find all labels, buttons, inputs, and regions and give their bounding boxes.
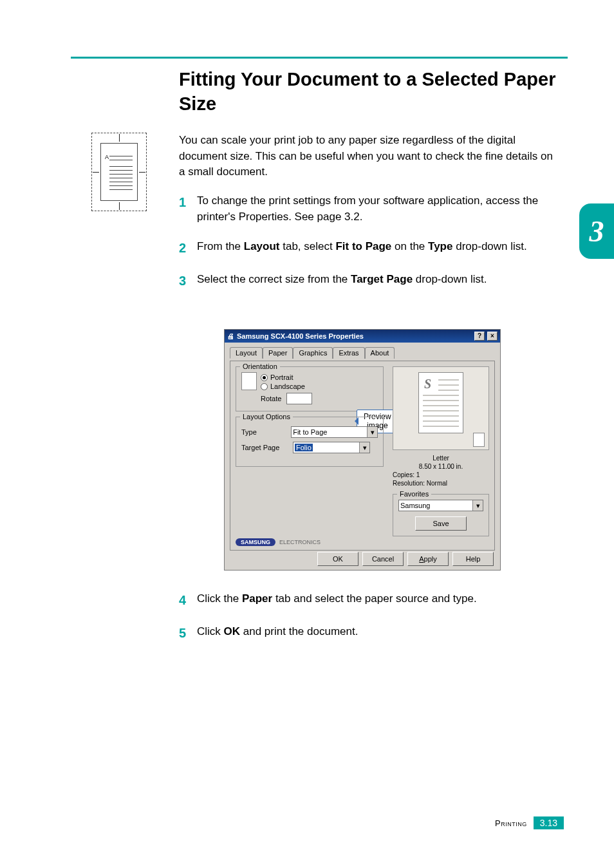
- rotate-label: Rotate: [261, 395, 281, 402]
- step-number: 5: [179, 624, 197, 643]
- help-button[interactable]: ?: [474, 332, 485, 341]
- dialog-title-text: Samsung SCX-4100 Series Properties: [237, 332, 364, 340]
- samsung-sub: ELECTRONICS: [279, 539, 321, 545]
- tab-paper[interactable]: Paper: [263, 347, 293, 359]
- page-footer: Printing 3.13: [495, 816, 564, 829]
- orientation-thumb-icon: [241, 372, 257, 390]
- type-value: Fit to Page: [293, 428, 327, 436]
- target-page-dropdown[interactable]: Folio ▾: [293, 442, 370, 453]
- preview-resolution: Resolution: Normal: [393, 479, 489, 487]
- preview-panel: S Letter 8: [393, 366, 489, 545]
- printer-icon: 🖨: [227, 332, 234, 340]
- tab-extras[interactable]: Extras: [333, 347, 364, 359]
- step-3: 3 Select the correct size from the Targe…: [179, 272, 559, 290]
- fit-page-diagram: A: [91, 133, 147, 211]
- rotate-input[interactable]: [286, 393, 312, 404]
- preview-box: S: [393, 366, 489, 450]
- footer-section-label: Printing: [495, 818, 527, 828]
- step-body: Click OK and print the document.: [197, 624, 559, 643]
- save-button[interactable]: Save: [415, 516, 467, 531]
- step-4: 4 Click the Paper tab and select the pap…: [179, 591, 559, 610]
- b: Target Page: [351, 273, 413, 285]
- b: Paper: [242, 592, 272, 605]
- cancel-button[interactable]: Cancel: [362, 552, 404, 566]
- t: Click: [197, 625, 224, 637]
- printer-properties-dialog: 🖨 Samsung SCX-4100 Series Properties ? ×…: [224, 329, 501, 571]
- samsung-logo: SAMSUNG: [236, 538, 275, 546]
- b: Layout: [244, 240, 280, 252]
- t: tab, select: [279, 240, 335, 252]
- b: Fit to Page: [335, 240, 391, 252]
- orientation-legend: Orientation: [240, 363, 280, 370]
- apply-accel: A: [419, 555, 423, 563]
- preview-corner-icon: [473, 433, 485, 447]
- favorites-value: Samsung: [400, 502, 430, 509]
- chevron-down-icon: ▾: [359, 442, 369, 453]
- help-button[interactable]: Help: [452, 552, 494, 566]
- close-button[interactable]: ×: [487, 332, 498, 341]
- type-dropdown[interactable]: Fit to Page ▾: [291, 426, 378, 438]
- preview-s-letter: S: [424, 377, 431, 392]
- tab-panel-layout: Orientation Portrait Landscape R: [230, 361, 495, 551]
- target-page-value: Folio: [295, 444, 313, 451]
- steps-upper: 1 To change the print settings from your…: [179, 193, 559, 305]
- t: tab and select the paper source and type…: [272, 592, 477, 605]
- preview-page-icon: S: [418, 372, 463, 433]
- radio-landscape-label: Landscape: [270, 382, 305, 390]
- t: drop-down list.: [413, 273, 487, 285]
- orientation-group: Orientation Portrait Landscape R: [236, 366, 384, 411]
- favorites-dropdown[interactable]: Samsung ▾: [398, 500, 483, 511]
- dialog-titlebar[interactable]: 🖨 Samsung SCX-4100 Series Properties ? ×: [225, 330, 500, 343]
- vendor-logo: SAMSUNG ELECTRONICS: [236, 538, 321, 546]
- favorites-legend: Favorites: [397, 490, 431, 498]
- dialog-button-row: OK Cancel Apply Help: [225, 552, 500, 566]
- step-body: To change the print settings from your s…: [197, 193, 559, 225]
- steps-lower: 4 Click the Paper tab and select the pap…: [179, 591, 559, 657]
- tab-strip: Layout Paper Graphics Extras About: [230, 346, 495, 358]
- top-rule: [71, 57, 568, 59]
- chevron-down-icon: ▾: [472, 500, 483, 511]
- t: on the: [391, 240, 428, 252]
- apply-button[interactable]: Apply: [407, 552, 449, 566]
- intro-paragraph: You can scale your print job to any pape…: [179, 133, 559, 180]
- step-body: Click the Paper tab and select the paper…: [197, 591, 559, 610]
- chapter-side-tab: 3: [579, 203, 614, 259]
- tab-graphics[interactable]: Graphics: [293, 347, 333, 359]
- favorites-group: Favorites Samsung ▾ Save: [393, 494, 489, 536]
- step-body: From the Layout tab, select Fit to Page …: [197, 239, 559, 258]
- step-number: 3: [179, 272, 197, 290]
- diagram-letter: A: [105, 154, 109, 160]
- layout-options-legend: Layout Options: [240, 413, 293, 420]
- preview-size-dim: 8.50 x 11.00 in.: [393, 462, 489, 471]
- page-heading: Fitting Your Document to a Selected Pape…: [179, 68, 559, 116]
- type-label: Type: [241, 428, 286, 436]
- chevron-down-icon: ▾: [367, 427, 377, 437]
- t: Click the: [197, 592, 242, 605]
- ok-button[interactable]: OK: [317, 552, 358, 566]
- t: and print the document.: [240, 625, 358, 637]
- tab-about[interactable]: About: [365, 347, 395, 359]
- t: drop-down list.: [452, 240, 526, 252]
- radio-portrait[interactable]: [261, 374, 268, 381]
- b: OK: [224, 625, 241, 637]
- step-body: Select the correct size from the Target …: [197, 272, 559, 290]
- layout-options-group: Layout Options Type Fit to Page ▾ Target…: [236, 417, 384, 467]
- step-5: 5 Click OK and print the document.: [179, 624, 559, 643]
- preview-info: Letter 8.50 x 11.00 in. Copies: 1 Resolu…: [393, 454, 489, 487]
- t: Select the correct size from the: [197, 273, 351, 285]
- radio-landscape[interactable]: [261, 383, 268, 390]
- target-page-label: Target Page: [241, 444, 288, 451]
- b: Type: [428, 240, 452, 252]
- tab-layout[interactable]: Layout: [230, 347, 263, 359]
- radio-portrait-label: Portrait: [270, 373, 293, 381]
- step-1: 1 To change the print settings from your…: [179, 193, 559, 225]
- preview-size-name: Letter: [393, 454, 489, 462]
- step-2: 2 From the Layout tab, select Fit to Pag…: [179, 239, 559, 258]
- step-number: 4: [179, 591, 197, 610]
- preview-copies: Copies: 1: [393, 471, 489, 479]
- footer-page-number: 3.13: [534, 816, 564, 829]
- t: From the: [197, 240, 244, 252]
- step-number: 2: [179, 239, 197, 258]
- step-number: 1: [179, 193, 197, 225]
